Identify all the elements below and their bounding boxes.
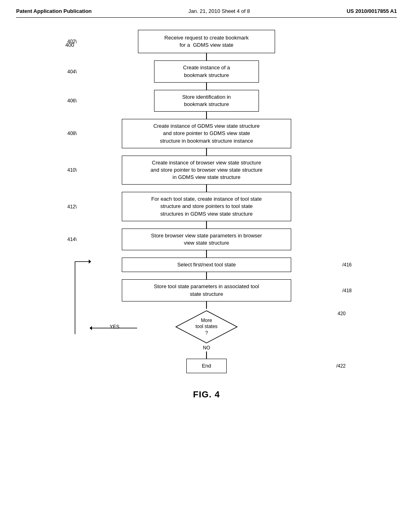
diamond-text-420: Moretool states? — [196, 317, 218, 336]
step-label-414: 414\ — [67, 237, 77, 242]
step-row-412: 412\ For each tool state, create instanc… — [90, 192, 323, 221]
step-label-408: 408\ — [67, 131, 77, 136]
connector-5 — [206, 185, 207, 192]
connector-9 — [206, 301, 207, 309]
no-section: NO — [90, 345, 323, 359]
flowchart-diagram: 400 402\ Receive request to create bookm… — [16, 30, 397, 373]
step-row-404: 404\ Create instance of abookmark struct… — [90, 60, 323, 82]
no-label: NO — [203, 345, 210, 351]
step-416-box: Select first/next tool state — [122, 258, 291, 272]
step-label-402: 402\ — [67, 39, 77, 44]
step-row-418: /418 Store tool state parameters in asso… — [90, 279, 323, 301]
loop-section: /416 Select first/next tool state /418 S… — [90, 258, 323, 359]
connector-1 — [206, 53, 207, 60]
step-414-box: Store browser view state parameters in b… — [122, 229, 291, 250]
connector-10 — [206, 351, 207, 359]
connector-3 — [206, 112, 207, 119]
connector-2 — [206, 83, 207, 90]
loop-arrow-svg — [71, 258, 91, 338]
diamond-420: Moretool states? — [174, 309, 239, 345]
step-412-box: For each tool state, create instance of … — [122, 192, 291, 221]
page: Patent Application Publication Jan. 21, … — [0, 0, 413, 532]
step-422-box: End — [186, 359, 227, 373]
step-label-418: /418 — [342, 288, 352, 293]
step-label-416: /416 — [342, 262, 352, 268]
figure-caption: FIG. 4 — [16, 389, 397, 400]
step-row-402: 402\ Receive request to create bookmarkf… — [90, 30, 323, 53]
step-410-box: Create instance of browser view state st… — [122, 156, 291, 185]
step-404-box: Create instance of abookmark structure — [154, 60, 259, 82]
step-402-box: Receive request to create bookmarkfor a … — [138, 30, 275, 53]
step-label-422: /422 — [336, 363, 346, 369]
step-label-412: 412\ — [67, 204, 77, 210]
step-row-408: 408\ Create instance of GDMS view state … — [90, 119, 323, 148]
step-406-box: Store identification inbookmark structur… — [154, 90, 259, 112]
step-row-410: 410\ Create instance of browser view sta… — [90, 156, 323, 185]
header-right: US 2010/0017855 A1 — [346, 8, 397, 14]
step-label-420: 420 — [338, 311, 346, 316]
step-408-box: Create instance of GDMS view state struc… — [122, 119, 291, 148]
svg-marker-5 — [90, 326, 92, 330]
yes-label: YES — [110, 324, 119, 330]
header-left: Patent Application Publication — [16, 8, 92, 14]
step-row-414: 414\ Store browser view state parameters… — [90, 229, 323, 250]
step-label-410: 410\ — [67, 167, 77, 173]
connector-8 — [206, 272, 207, 279]
step-label-404: 404\ — [67, 69, 77, 75]
step-row-422: /422 End — [90, 359, 323, 373]
connector-6 — [206, 221, 207, 229]
connector-7 — [206, 250, 207, 258]
connector-4 — [206, 148, 207, 156]
page-header: Patent Application Publication Jan. 21, … — [16, 8, 397, 18]
header-center: Jan. 21, 2010 Sheet 4 of 8 — [188, 8, 250, 14]
step-418-box: Store tool state parameters in associate… — [122, 279, 291, 301]
step-label-406: 406\ — [67, 98, 77, 104]
step-row-406: 406\ Store identification inbookmark str… — [90, 90, 323, 112]
step-row-420: YES 420 Moretool states? — [90, 309, 323, 345]
step-row-416: /416 Select first/next tool state — [90, 258, 323, 272]
